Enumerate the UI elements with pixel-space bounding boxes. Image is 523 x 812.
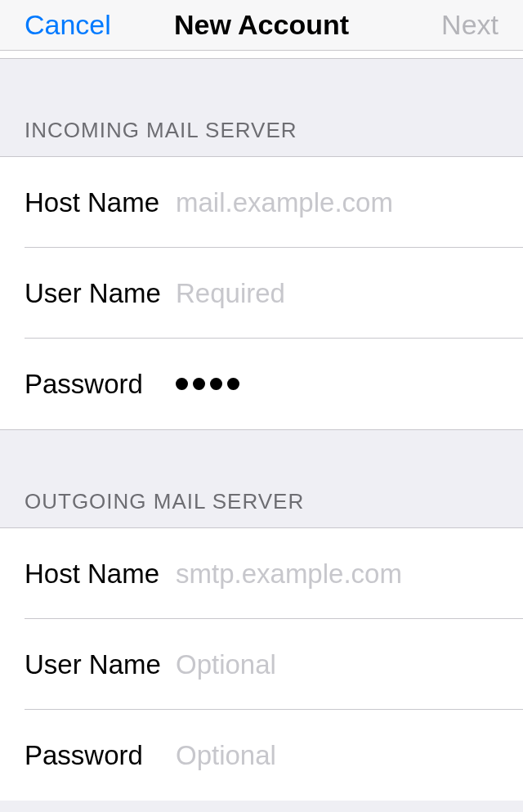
incoming-host-input[interactable] — [176, 187, 498, 218]
navbar: New Account Cancel Next — [0, 0, 523, 51]
outgoing-password-input[interactable] — [176, 740, 498, 771]
outgoing-user-input[interactable] — [176, 649, 498, 680]
incoming-password-input[interactable] — [176, 378, 239, 390]
next-button[interactable]: Next — [441, 9, 498, 41]
strip-divider — [0, 51, 523, 59]
incoming-user-input[interactable] — [176, 278, 498, 309]
cancel-button[interactable]: Cancel — [25, 9, 111, 41]
incoming-password-label: Password — [25, 369, 176, 400]
password-dot-icon — [193, 378, 205, 390]
incoming-header: INCOMING MAIL SERVER — [0, 59, 523, 157]
outgoing-user-label: User Name — [25, 649, 176, 680]
outgoing-header: OUTGOING MAIL SERVER — [0, 430, 523, 528]
incoming-group: Host Name User Name Password — [0, 157, 523, 430]
outgoing-group: Host Name User Name Password — [0, 528, 523, 801]
outgoing-host-label: Host Name — [25, 559, 176, 590]
password-dot-icon — [210, 378, 222, 390]
incoming-host-label: Host Name — [25, 187, 176, 218]
outgoing-host-input[interactable] — [176, 559, 498, 590]
password-dot-icon — [227, 378, 239, 390]
incoming-user-label: User Name — [25, 278, 176, 309]
outgoing-password-label: Password — [25, 740, 176, 771]
password-dot-icon — [176, 378, 188, 390]
